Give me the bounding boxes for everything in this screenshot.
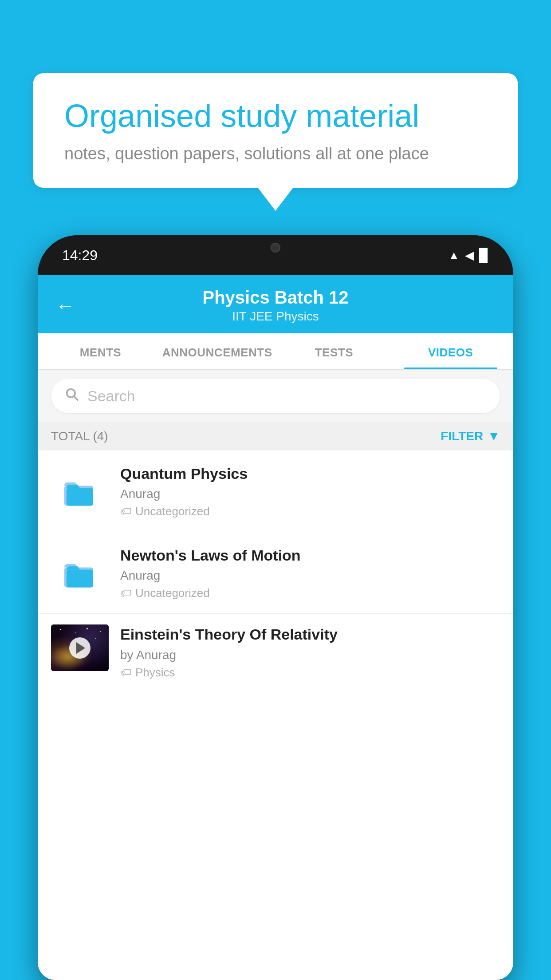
- video-info-3: Einstein's Theory Of Relativity by Anura…: [120, 624, 500, 679]
- search-placeholder: Search: [87, 387, 135, 405]
- svg-line-1: [74, 396, 78, 400]
- list-item[interactable]: Newton's Laws of Motion Anurag 🏷 Uncateg…: [38, 532, 513, 614]
- tag-icon-1: 🏷: [120, 505, 132, 518]
- wifi-icon: ▲: [448, 249, 460, 262]
- hero-card: Organised study material notes, question…: [33, 73, 518, 188]
- header-title-group: Physics Batch 12 IIT JEE Physics: [88, 288, 463, 324]
- tag-icon-2: 🏷: [120, 586, 132, 600]
- battery-icon: ▉: [479, 248, 489, 263]
- tag-icon-3: 🏷: [120, 666, 132, 680]
- tag-label-3: Physics: [135, 666, 175, 680]
- play-triangle-icon: [76, 642, 85, 654]
- search-bar[interactable]: Search: [51, 379, 500, 413]
- filter-funnel-icon: ▼: [488, 429, 500, 443]
- video-info-2: Newton's Laws of Motion Anurag 🏷 Uncateg…: [120, 545, 500, 600]
- phone-camera: [271, 243, 280, 253]
- app-header: ← Physics Batch 12 IIT JEE Physics: [38, 275, 513, 333]
- hero-subtitle: notes, question papers, solutions all at…: [64, 144, 487, 163]
- video-list: Quantum Physics Anurag 🏷 Uncategorized: [38, 450, 513, 980]
- svg-point-0: [67, 389, 75, 397]
- tab-videos[interactable]: VIDEOS: [392, 333, 509, 369]
- svg-rect-3: [67, 488, 93, 506]
- total-count: TOTAL (4): [51, 429, 108, 443]
- status-icons: ▲ ◀ ▉: [448, 248, 489, 263]
- video-tag-3: 🏷 Physics: [120, 666, 500, 680]
- video-title-3: Einstein's Theory Of Relativity: [120, 624, 500, 644]
- phone-frame: 14:29 ▲ ◀ ▉ ← Physics Batch 12 IIT JEE P…: [38, 235, 513, 980]
- status-bar: 14:29 ▲ ◀ ▉: [38, 235, 513, 275]
- tag-label-2: Uncategorized: [135, 586, 210, 600]
- app-screen: ← Physics Batch 12 IIT JEE Physics MENTS…: [38, 275, 513, 980]
- folder-thumb-1: [51, 470, 109, 512]
- video-info-1: Quantum Physics Anurag 🏷 Uncategorized: [120, 464, 500, 518]
- phone-notch: [240, 235, 311, 260]
- video-title-2: Newton's Laws of Motion: [120, 545, 500, 565]
- video-author-3: by Anurag: [120, 648, 500, 662]
- tab-announcements[interactable]: ANNOUNCEMENTS: [159, 333, 276, 369]
- folder-thumb-2: [51, 552, 109, 594]
- list-item[interactable]: Einstein's Theory Of Relativity by Anura…: [38, 614, 513, 693]
- list-item[interactable]: Quantum Physics Anurag 🏷 Uncategorized: [38, 450, 513, 532]
- search-bar-container: Search: [38, 370, 513, 422]
- filter-button[interactable]: FILTER ▼: [441, 429, 500, 443]
- svg-rect-5: [67, 569, 93, 587]
- signal-icon: ◀: [465, 249, 474, 262]
- tag-label-1: Uncategorized: [135, 505, 210, 518]
- video-title-1: Quantum Physics: [120, 464, 500, 483]
- filter-label: FILTER: [441, 429, 483, 443]
- batch-subtitle: IIT JEE Physics: [88, 309, 463, 324]
- search-icon: [64, 387, 79, 405]
- batch-title: Physics Batch 12: [88, 288, 463, 308]
- video-tag-1: 🏷 Uncategorized: [120, 505, 500, 518]
- tab-ments[interactable]: MENTS: [42, 333, 159, 369]
- hero-title: Organised study material: [64, 98, 487, 134]
- play-button[interactable]: [69, 637, 91, 659]
- filter-row: TOTAL (4) FILTER ▼: [38, 422, 513, 450]
- video-author-1: Anurag: [120, 487, 500, 501]
- back-button[interactable]: ←: [55, 295, 75, 317]
- status-time: 14:29: [62, 247, 98, 264]
- video-author-2: Anurag: [120, 569, 500, 583]
- tabs-bar: MENTS ANNOUNCEMENTS TESTS VIDEOS: [38, 333, 513, 370]
- einstein-thumb: [51, 624, 109, 671]
- tab-tests[interactable]: TESTS: [276, 333, 392, 369]
- video-tag-2: 🏷 Uncategorized: [120, 586, 500, 600]
